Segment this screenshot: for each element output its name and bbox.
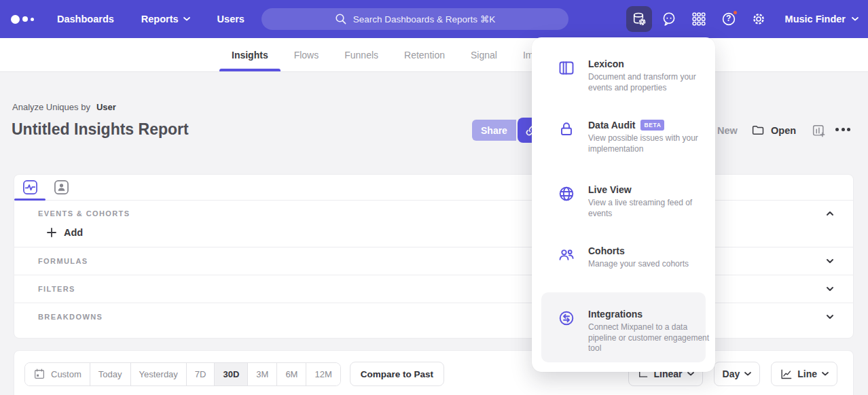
beta-badge: BETA	[640, 120, 664, 131]
builder-icon-tabs	[14, 175, 853, 201]
cohorts-people-icon	[558, 246, 575, 264]
popup-item-cohorts[interactable]: Cohorts Manage your saved cohorts	[541, 245, 706, 270]
chevron-down-icon[interactable]	[826, 286, 834, 292]
live-view-title: Live View	[588, 184, 632, 195]
section-filters[interactable]: FILTERS	[14, 275, 853, 303]
popup-item-live-view[interactable]: Live View View a live streaming feed of …	[541, 184, 706, 219]
tab-retention[interactable]: Retention	[404, 38, 445, 71]
nav-users-label: Users	[217, 14, 245, 24]
filters-label: FILTERS	[38, 285, 75, 293]
nav-reports[interactable]: Reports	[141, 14, 190, 24]
lexicon-icon	[558, 59, 575, 77]
calendar-icon	[33, 368, 46, 380]
help-button[interactable]: ?	[716, 6, 742, 32]
range-12m[interactable]: 12M	[306, 363, 340, 385]
database-gear-icon	[631, 11, 647, 27]
search-icon	[335, 13, 347, 25]
tab-insights-label: Insights	[232, 50, 268, 61]
range-7d-label: 7D	[195, 369, 206, 379]
open-report-button[interactable]: Open	[751, 123, 796, 137]
range-30d[interactable]: 30D	[214, 363, 247, 385]
integrations-title: Integrations	[588, 309, 643, 320]
cohorts-desc: Manage your saved cohorts	[588, 259, 710, 270]
lexicon-title: Lexicon	[588, 58, 624, 69]
user-profile-icon	[54, 179, 69, 195]
range-custom[interactable]: Custom	[25, 363, 90, 385]
range-today[interactable]: Today	[90, 363, 130, 385]
range-6m-label: 6M	[285, 369, 297, 379]
apps-grid-icon	[691, 11, 707, 27]
line-chart-icon	[780, 368, 793, 381]
analyze-entity-selector[interactable]: User	[96, 102, 116, 112]
breakdowns-label: BREAKDOWNS	[38, 313, 103, 321]
mixpanel-logo-icon[interactable]	[11, 15, 34, 24]
tab-insights[interactable]: Insights	[232, 38, 268, 71]
nav-dashboards-label: Dashboards	[57, 14, 114, 24]
range-yesterday[interactable]: Yesterday	[130, 363, 186, 385]
data-management-popup: Lexicon Document and transform your even…	[532, 37, 715, 372]
tab-flows[interactable]: Flows	[294, 38, 319, 71]
analyze-uniques-row: Analyze Uniques by User	[12, 102, 116, 112]
chevron-down-icon[interactable]	[826, 314, 834, 320]
chevron-down-icon	[183, 17, 190, 21]
analyze-label: Analyze Uniques by	[12, 102, 90, 112]
add-to-dashboard-button[interactable]	[811, 123, 826, 138]
more-options-button[interactable]	[835, 128, 850, 131]
section-breakdowns[interactable]: BREAKDOWNS	[14, 303, 853, 330]
chevron-down-icon	[744, 372, 751, 376]
chevron-up-icon[interactable]	[826, 211, 834, 216]
nav-reports-label: Reports	[141, 14, 179, 24]
section-events-cohorts[interactable]: EVENTS & COHORTS	[14, 201, 853, 226]
section-formulas[interactable]: FORMULAS	[14, 247, 853, 275]
chevron-down-icon	[852, 17, 858, 21]
popup-item-lexicon[interactable]: Lexicon Document and transform your even…	[541, 58, 706, 93]
chevron-down-icon	[822, 372, 829, 376]
tab-metrics[interactable]	[14, 175, 46, 200]
range-7d[interactable]: 7D	[186, 363, 215, 385]
report-tabbar: Insights Flows Funnels Retention Signal …	[0, 38, 868, 72]
tab-signal-label: Signal	[471, 50, 497, 61]
chart-toolbar-card: Custom Today Yesterday 7D 30D 3M 6M 12M …	[14, 350, 854, 395]
tab-signal[interactable]: Signal	[471, 38, 497, 71]
nav-dashboards[interactable]: Dashboards	[57, 14, 114, 24]
apps-grid-button[interactable]	[686, 6, 712, 32]
gear-icon	[751, 11, 767, 27]
globe-icon	[558, 185, 575, 203]
workspace-name: Music Finder	[785, 14, 846, 24]
tab-funnels-label: Funnels	[344, 50, 378, 61]
compare-to-past-button[interactable]: Compare to Past	[350, 362, 444, 386]
chat-bubble-icon	[661, 11, 677, 27]
settings-button[interactable]	[746, 6, 772, 32]
notification-dot	[732, 10, 738, 16]
workspace-selector[interactable]: Music Finder	[785, 14, 858, 24]
data-management-button[interactable]	[626, 6, 652, 32]
query-builder-card: EVENTS & COHORTS Add FORMULAS FILTERS BR…	[14, 174, 854, 339]
integrations-sync-icon	[558, 309, 575, 327]
board-plus-icon	[811, 123, 826, 138]
search-placeholder: Search Dashboards & Reports ⌘K	[353, 14, 495, 24]
tab-profiles[interactable]	[46, 175, 77, 200]
popup-item-integrations[interactable]: Integrations Connect Mixpanel to a data …	[541, 292, 706, 362]
share-button[interactable]: Share	[472, 120, 516, 141]
plus-icon	[47, 228, 56, 237]
range-3m[interactable]: 3M	[247, 363, 276, 385]
chart-type-selector[interactable]: Line	[771, 362, 837, 386]
report-title[interactable]: Untitled Insights Report	[12, 120, 189, 139]
add-event-button[interactable]: Add	[47, 227, 83, 238]
navbar-right: ? Music Finder	[626, 0, 858, 38]
open-label: Open	[771, 125, 796, 136]
folder-icon	[751, 123, 765, 137]
nav-users[interactable]: Users	[217, 14, 245, 24]
range-6m[interactable]: 6M	[276, 363, 306, 385]
range-3m-label: 3M	[256, 369, 268, 379]
chevron-down-icon[interactable]	[826, 258, 834, 264]
interval-selector[interactable]: Day	[714, 362, 761, 386]
tab-flows-label: Flows	[294, 50, 319, 61]
lock-audit-icon	[558, 120, 575, 138]
popup-item-data-audit[interactable]: Data Audit BETA View possible issues wit…	[541, 120, 706, 154]
search-input[interactable]: Search Dashboards & Reports ⌘K	[261, 8, 568, 30]
tab-funnels[interactable]: Funnels	[344, 38, 378, 71]
feedback-button[interactable]	[656, 6, 682, 32]
events-cohorts-label: EVENTS & COHORTS	[38, 209, 130, 218]
chevron-down-icon	[687, 372, 694, 376]
